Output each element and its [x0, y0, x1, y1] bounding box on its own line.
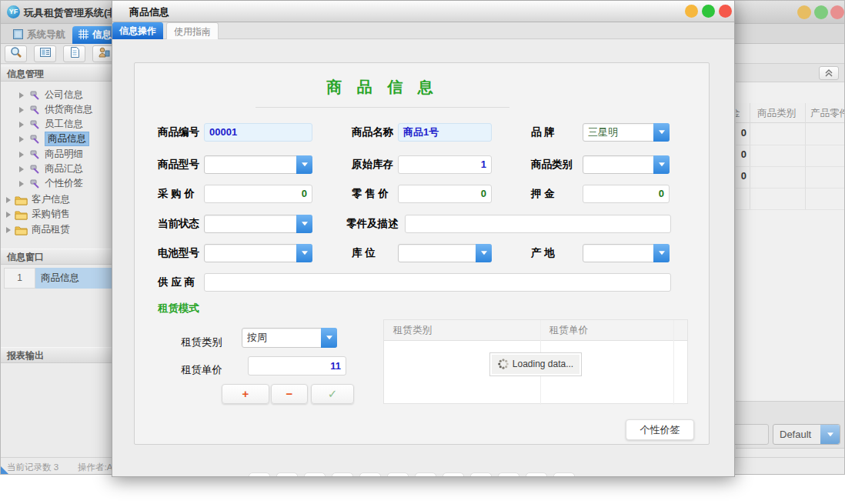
parts-desc-input[interactable]	[405, 215, 671, 233]
info-window-row[interactable]: 商品信息	[35, 268, 112, 289]
dialog-bottom-button[interactable]	[304, 472, 326, 477]
expand-arrow-icon[interactable]	[6, 197, 11, 203]
section-header-info-mgmt[interactable]: 信息管理	[1, 65, 112, 82]
battery-dropdown[interactable]	[204, 244, 312, 262]
dialog-bottom-button[interactable]	[249, 472, 270, 477]
sidebar-item-price-tag[interactable]: 个性价签	[1, 176, 112, 191]
label-stock: 原始库存	[352, 155, 393, 174]
chevron-down-icon[interactable]	[820, 425, 840, 444]
expand-arrow-icon[interactable]	[19, 107, 24, 113]
chevron-down-icon[interactable]	[321, 328, 337, 348]
label-deposit: 押 金	[531, 185, 555, 203]
app-minimize-button[interactable]	[797, 5, 811, 19]
status-dropdown[interactable]	[204, 215, 312, 233]
expand-arrow-icon[interactable]	[6, 212, 11, 218]
supplier-input[interactable]	[204, 273, 671, 292]
slot-dropdown[interactable]	[398, 244, 492, 262]
table-row[interactable]: 0	[736, 166, 845, 188]
sidebar-folder-product-rental[interactable]: 商品租赁	[1, 222, 112, 237]
sidebar-item-supplier-info[interactable]: 供货商信息	[1, 102, 112, 117]
expand-arrow-icon[interactable]	[19, 181, 24, 187]
sidebar-item-product-detail[interactable]: 商品明细	[1, 147, 112, 162]
sidebar-folder-customer-info[interactable]: 客户信息	[1, 192, 112, 207]
collapse-panel-button[interactable]	[819, 66, 839, 80]
dialog-minimize-button[interactable]	[685, 5, 698, 18]
purchase-price-input[interactable]: 0	[204, 185, 312, 203]
expand-arrow-icon[interactable]	[19, 152, 24, 158]
section-header-info-window[interactable]: 信息窗口	[1, 249, 112, 265]
sidebar-item-company-info[interactable]: 公司信息	[1, 88, 112, 102]
chevron-down-icon[interactable]	[476, 244, 492, 262]
expand-arrow-icon[interactable]	[19, 92, 24, 98]
expand-arrow-icon[interactable]	[19, 166, 24, 172]
form-list-button[interactable]	[34, 45, 56, 62]
tab-system-nav[interactable]: 系统导航	[7, 26, 72, 44]
default-select[interactable]: Default	[773, 424, 840, 445]
resize-grip	[1, 466, 10, 475]
chevron-down-icon[interactable]	[296, 215, 312, 233]
chevron-down-icon[interactable]	[296, 244, 312, 262]
rental-type-dropdown[interactable]: 按周	[242, 328, 337, 348]
product-no-input[interactable]: 00001	[204, 123, 312, 142]
chevron-down-icon[interactable]	[653, 123, 670, 142]
cell-value: 0	[736, 149, 746, 160]
loading-text: Loading data...	[513, 359, 573, 369]
model-dropdown[interactable]	[204, 155, 312, 174]
dialog-bottom-button[interactable]	[498, 472, 519, 477]
sidebar-item-label: 客户信息	[32, 192, 70, 207]
sidebar-item-label: 商品租赁	[32, 222, 70, 237]
expand-arrow-icon[interactable]	[19, 136, 24, 142]
sidebar-folder-purchase-sales[interactable]: 采购销售	[1, 207, 112, 222]
table-row[interactable]: 0	[736, 145, 845, 166]
sidebar-item-product-info[interactable]: 商品信息	[1, 132, 112, 146]
retail-price-input[interactable]: 0	[398, 185, 492, 203]
form-title: 商 品 信 息	[256, 77, 509, 98]
app-close-button[interactable]	[830, 5, 844, 19]
cell-value: 0	[736, 170, 746, 182]
table-row[interactable]: 0	[736, 123, 845, 145]
sidebar-item-label: 供货商信息	[45, 102, 93, 117]
dialog-bottom-button[interactable]	[276, 472, 298, 477]
remove-rental-button[interactable]: −	[271, 384, 308, 404]
dialog-bottom-button[interactable]	[415, 472, 436, 477]
dialog-bottom-button[interactable]	[470, 472, 492, 477]
add-rental-button[interactable]: +	[222, 384, 269, 404]
expand-arrow-icon[interactable]	[19, 122, 24, 128]
deposit-input[interactable]: 0	[583, 185, 670, 203]
column-header-partial: 金	[736, 107, 740, 120]
search-button[interactable]	[5, 45, 27, 62]
tab-user-guide[interactable]: 使用指南	[166, 22, 219, 39]
tab-info-label: 信息	[92, 29, 112, 40]
document-button[interactable]	[63, 45, 85, 62]
rental-price-input[interactable]: 11	[248, 356, 346, 375]
sidebar-item-employee-info[interactable]: 员工信息	[1, 117, 112, 132]
chevron-down-icon[interactable]	[653, 244, 670, 262]
stock-input[interactable]: 1	[398, 155, 492, 174]
app-maximize-button[interactable]	[814, 5, 828, 19]
tab-info-operation[interactable]: 信息操作	[112, 22, 163, 39]
chevron-down-icon[interactable]	[296, 155, 312, 174]
folder-icon	[15, 225, 28, 240]
label-status: 当前状态	[158, 215, 199, 233]
category-dropdown[interactable]	[583, 155, 670, 174]
chevron-down-icon[interactable]	[653, 155, 670, 174]
dialog-close-button[interactable]	[719, 5, 732, 18]
section-header-report-output[interactable]: 报表输出	[1, 347, 112, 363]
confirm-rental-button[interactable]: ✓	[311, 384, 354, 404]
dialog-bottom-button[interactable]	[443, 472, 464, 477]
label-brand: 品 牌	[531, 123, 555, 142]
dialog-maximize-button[interactable]	[702, 5, 715, 18]
dialog-bottom-button[interactable]	[387, 472, 409, 477]
dialog-bottom-button[interactable]	[526, 472, 547, 477]
dialog-titlebar[interactable]: 商品信息	[112, 1, 734, 22]
expand-arrow-icon[interactable]	[6, 227, 11, 233]
product-name-input[interactable]: 商品1号	[398, 123, 492, 142]
brand-dropdown[interactable]: 三星明	[583, 123, 670, 142]
price-tag-button[interactable]: 个性价签	[626, 419, 694, 440]
grid-icon	[78, 28, 89, 45]
dialog-bottom-button[interactable]	[553, 472, 575, 477]
origin-dropdown[interactable]	[583, 244, 670, 262]
dialog-bottom-button[interactable]	[359, 472, 381, 477]
dialog-bottom-button[interactable]	[332, 472, 353, 477]
sidebar-item-product-summary[interactable]: 商品汇总	[1, 162, 112, 176]
